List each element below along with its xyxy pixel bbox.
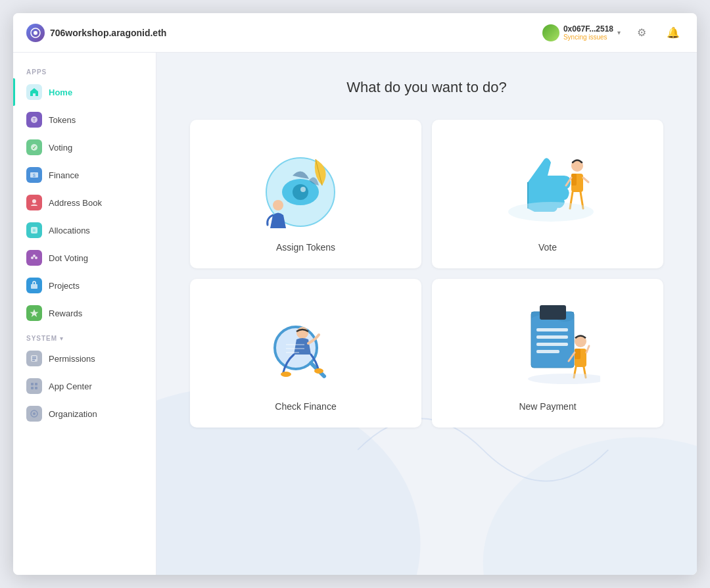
home-icon (26, 84, 42, 100)
svg-point-8 (32, 199, 36, 203)
system-chevron-icon: ▾ (60, 335, 63, 342)
sidebar-label-rewards: Rewards (49, 308, 82, 318)
assign-tokens-label: Assign Tokens (276, 242, 335, 253)
svg-marker-15 (30, 309, 39, 317)
allocations-icon: ≡ (26, 222, 42, 238)
sidebar-item-addressbook[interactable]: Address Book (13, 189, 156, 216)
app-window: 706workshop.aragonid.eth 0x067F...2518 S… (13, 13, 697, 575)
sidebar-item-allocations[interactable]: ≡ Allocations (13, 216, 156, 244)
tokens-icon: T (26, 112, 42, 128)
sidebar-label-allocations: Allocations (49, 226, 90, 235)
bell-icon[interactable]: 🔔 (663, 22, 684, 43)
svg-rect-20 (31, 383, 34, 385)
sidebar-item-voting[interactable]: ✓ Voting (13, 134, 156, 161)
header: 706workshop.aragonid.eth 0x067F...2518 S… (13, 13, 697, 53)
svg-point-39 (508, 202, 594, 222)
svg-rect-21 (35, 383, 37, 385)
sidebar-label-projects: Projects (49, 281, 80, 291)
finance-icon: $ (26, 167, 42, 183)
settings-icon[interactable]: ⚙ (631, 22, 652, 43)
content-inner: What do you want to do? (190, 79, 663, 428)
svg-point-31 (293, 184, 308, 200)
svg-rect-52 (536, 335, 568, 339)
chevron-down-icon: ▾ (617, 29, 621, 36)
sidebar-item-appcenter[interactable]: App Center (13, 372, 156, 400)
check-finance-label: Check Finance (275, 401, 336, 412)
svg-point-43 (296, 327, 308, 339)
assign-tokens-card[interactable]: Assign Tokens (190, 120, 421, 268)
assign-tokens-illustration (253, 139, 358, 232)
svg-point-27 (483, 437, 697, 575)
check-finance-illustration (253, 299, 358, 391)
svg-line-60 (586, 346, 589, 353)
vote-label: Vote (538, 242, 557, 253)
svg-rect-14 (31, 284, 37, 289)
vote-card[interactable]: Vote (432, 120, 663, 268)
svg-point-32 (300, 187, 306, 192)
svg-text:$: $ (33, 173, 36, 178)
new-payment-label: New Payment (519, 401, 576, 412)
wallet-address: 0x067F...2518 (563, 24, 613, 34)
svg-point-1 (34, 31, 37, 35)
new-payment-card[interactable]: New Payment (432, 279, 663, 428)
rewards-icon (26, 305, 42, 321)
svg-text:≡: ≡ (33, 228, 36, 233)
header-right: 0x067F...2518 Syncing issues ▾ ⚙ 🔔 (542, 22, 684, 43)
org-name: 706workshop.aragonid.eth (50, 28, 166, 38)
main-layout: APPS Home T Tokens ✓ Voting (13, 53, 697, 575)
svg-rect-53 (536, 343, 568, 346)
svg-rect-23 (35, 387, 37, 389)
svg-point-33 (273, 200, 283, 210)
sidebar-item-dotvoting[interactable]: Dot Voting (13, 244, 156, 272)
svg-point-61 (528, 374, 600, 384)
sidebar: APPS Home T Tokens ✓ Voting (13, 53, 156, 575)
svg-line-38 (583, 178, 588, 182)
wallet-info[interactable]: 0x067F...2518 Syncing issues ▾ (542, 24, 621, 41)
svg-rect-17 (32, 356, 36, 358)
cards-grid: Assign Tokens (190, 120, 663, 428)
sidebar-item-permissions[interactable]: Permissions (13, 345, 156, 372)
svg-point-44 (281, 372, 291, 377)
svg-rect-36 (571, 174, 577, 185)
sidebar-item-rewards[interactable]: Rewards (13, 299, 156, 327)
sidebar-item-tokens[interactable]: T Tokens (13, 106, 156, 134)
svg-point-11 (31, 257, 34, 259)
svg-point-25 (33, 412, 36, 415)
addressbook-icon (26, 195, 42, 210)
sidebar-label-home: Home (49, 87, 72, 97)
organization-icon (26, 406, 42, 422)
svg-text:T: T (33, 117, 36, 123)
vote-illustration (495, 139, 600, 232)
check-finance-card[interactable]: Check Finance (190, 279, 421, 428)
svg-text:✓: ✓ (32, 145, 37, 151)
svg-point-12 (35, 257, 37, 259)
sidebar-item-home[interactable]: Home (13, 78, 156, 106)
sidebar-label-organization: Organization (49, 409, 97, 419)
sidebar-item-projects[interactable]: Projects (13, 272, 156, 299)
svg-rect-22 (31, 387, 34, 389)
sidebar-label-tokens: Tokens (49, 115, 76, 125)
sidebar-label-voting: Voting (49, 143, 72, 153)
page-heading: What do you want to do? (190, 79, 663, 96)
wallet-details: 0x067F...2518 Syncing issues (563, 24, 613, 41)
sidebar-label-addressbook: Address Book (49, 198, 102, 208)
permissions-icon (26, 351, 42, 366)
sidebar-label-permissions: Permissions (49, 354, 95, 364)
apps-section-label: APPS (13, 63, 156, 78)
svg-point-45 (314, 368, 323, 374)
svg-point-13 (33, 255, 36, 257)
org-avatar (26, 24, 45, 42)
sidebar-label-finance: Finance (49, 170, 79, 180)
dotvoting-icon (26, 250, 42, 266)
appcenter-icon (26, 378, 42, 394)
sidebar-item-organization[interactable]: Organization (13, 400, 156, 428)
content-area: What do you want to do? (156, 53, 697, 575)
header-left: 706workshop.aragonid.eth (26, 24, 542, 42)
sidebar-item-finance[interactable]: $ Finance (13, 161, 156, 189)
wallet-avatar (542, 24, 559, 41)
svg-rect-51 (536, 328, 568, 331)
new-payment-illustration (495, 299, 600, 391)
svg-rect-19 (32, 360, 35, 361)
projects-icon (26, 278, 42, 293)
svg-rect-18 (32, 358, 36, 360)
